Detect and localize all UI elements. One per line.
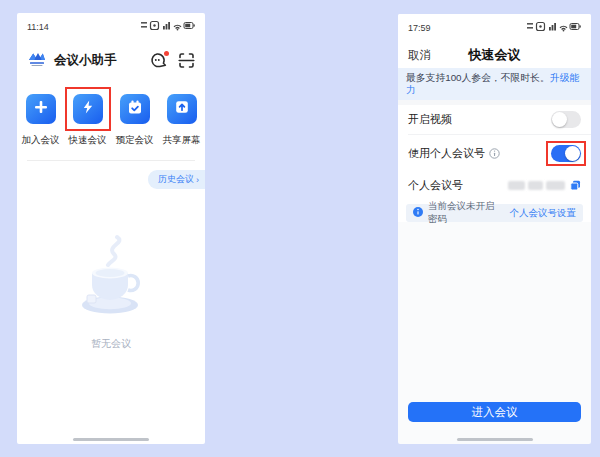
status-time: 11:14 (27, 22, 49, 32)
personal-toggle-label: 使用个人会议号 (408, 146, 485, 161)
quick-actions-row: 加入会议 快速会议 (17, 72, 205, 147)
personal-id-toggle-row: 使用个人会议号 (398, 135, 591, 172)
share-screen-button[interactable] (167, 94, 197, 124)
info-filled-icon (413, 207, 423, 219)
status-bar: 11:14 (17, 13, 205, 33)
divider (27, 160, 195, 161)
action-join-meeting: 加入会议 (17, 87, 64, 147)
quick-meeting-button[interactable] (73, 94, 103, 124)
join-meeting-button[interactable] (26, 94, 56, 124)
action-label: 加入会议 (22, 134, 60, 147)
scan-icon[interactable] (178, 52, 195, 69)
personal-id-row: 个人会议号 (398, 172, 591, 198)
chat-service-icon[interactable] (150, 52, 167, 69)
enter-meeting-button[interactable]: 进入会议 (408, 402, 581, 422)
status-icons (141, 20, 195, 33)
schedule-meeting-button[interactable] (120, 94, 150, 124)
action-quick-meeting: 快速会议 (64, 87, 111, 147)
action-schedule-meeting: 预定会议 (111, 87, 158, 147)
history-label: 历史会议 (158, 173, 194, 186)
app-title: 会议小助手 (54, 52, 143, 69)
chevron-right-icon: › (196, 175, 199, 185)
home-indicator (457, 438, 533, 441)
calendar-check-icon (127, 99, 143, 119)
nav-bar: 取消 快速会议 (398, 42, 591, 68)
action-label: 共享屏幕 (163, 134, 201, 147)
video-toggle[interactable] (551, 111, 581, 128)
personal-id-toggle[interactable] (551, 145, 581, 162)
lightning-icon (80, 99, 96, 119)
app-header: 会议小助手 (17, 33, 205, 72)
copy-icon[interactable] (570, 180, 581, 191)
left-phone-screenshot: 11:14 (17, 13, 205, 444)
right-phone-screenshot: 17:59 取消 (398, 14, 591, 444)
highlight-red-box (546, 141, 586, 166)
cancel-button[interactable]: 取消 (408, 48, 431, 63)
plus-icon (33, 99, 49, 119)
status-bar: 17:59 (398, 14, 591, 34)
notice-text: 当前会议未开启密码 (428, 200, 500, 226)
status-icons (527, 21, 581, 34)
masked-meeting-number (508, 181, 565, 190)
highlight-red-box (65, 87, 111, 131)
teacup-empty-icon (65, 309, 157, 326)
personal-id-label: 个人会议号 (408, 178, 463, 193)
info-icon[interactable] (489, 148, 500, 159)
password-notice: 当前会议未开启密码 个人会议号设置 (406, 204, 583, 222)
video-label: 开启视频 (408, 112, 452, 127)
empty-state: 暂无会议 (17, 231, 205, 351)
action-share-screen: 共享屏幕 (158, 87, 205, 147)
empty-text: 暂无会议 (17, 337, 205, 351)
action-label: 快速会议 (69, 134, 107, 147)
capacity-banner: 最多支持100人参会，不限时长。升级能力 (398, 68, 591, 100)
home-indicator (73, 438, 149, 441)
history-meetings-link[interactable]: 历史会议 › (148, 170, 205, 189)
notification-dot (164, 51, 169, 56)
personal-id-settings-link[interactable]: 个人会议号设置 (510, 207, 577, 220)
screen-share-icon (174, 99, 190, 119)
app-logo-icon (27, 48, 47, 72)
video-toggle-row: 开启视频 (398, 105, 591, 134)
banner-text: 最多支持100人参会，不限时长。 (406, 72, 550, 83)
action-label: 预定会议 (116, 134, 154, 147)
status-time: 17:59 (408, 23, 431, 33)
